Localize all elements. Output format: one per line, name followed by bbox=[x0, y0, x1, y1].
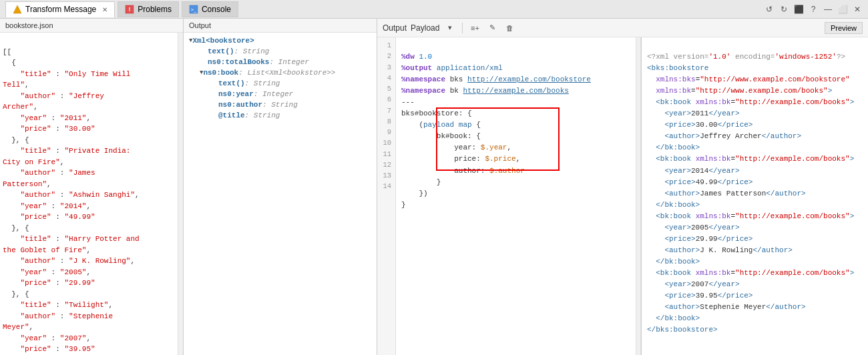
tree-text-label: text() bbox=[208, 47, 234, 55]
left-scrollbar[interactable] bbox=[178, 33, 183, 355]
tree-book-type: : List<Xml<bookstore>> bbox=[238, 69, 335, 77]
delete-btn[interactable]: 🗑 bbox=[503, 21, 516, 35]
tab-transform-close[interactable]: ✕ bbox=[102, 6, 107, 13]
code-content-wrapper: %dw 1.0 %output application/xml %namespa… bbox=[396, 37, 636, 355]
tree-text-2[interactable]: text() : String bbox=[210, 78, 371, 89]
tree-title-name: @title bbox=[218, 111, 245, 119]
xml-output: <?xml version='1.0' encoding='windows-12… bbox=[642, 37, 868, 355]
tree-leaf-2 bbox=[200, 59, 208, 65]
code-editor[interactable]: 12345 678910 11121314 %dw 1.0 %output ap… bbox=[377, 37, 636, 355]
middle-panel-title: Output bbox=[184, 19, 377, 33]
back-icon[interactable]: ↺ bbox=[764, 4, 775, 15]
toolbar-sep-1 bbox=[462, 23, 463, 33]
left-panel: bookstore.json [[ { "title" : "Only Time… bbox=[0, 19, 184, 355]
preview-btn[interactable]: Preview bbox=[825, 22, 863, 34]
tree-text2-type: : String bbox=[245, 79, 280, 87]
add-btn[interactable]: ≡+ bbox=[468, 21, 481, 35]
tree-year-name: ns0:year bbox=[218, 90, 254, 98]
tree-leaf-6 bbox=[210, 112, 218, 119]
tree-root-name: Xml<bookstore> bbox=[192, 37, 254, 45]
problems-icon: ! bbox=[125, 5, 134, 14]
right-panel: Output Payload ▾ ≡+ ✎ 🗑 Preview 12345 67… bbox=[377, 19, 868, 355]
tab-transform[interactable]: Transform Message ✕ bbox=[5, 1, 115, 17]
tree-leaf-1 bbox=[200, 48, 208, 55]
console-icon: >_ bbox=[189, 5, 198, 14]
tab-transform-label: Transform Message bbox=[25, 5, 96, 14]
tree-leaf-4 bbox=[210, 91, 218, 97]
tree-leaf-3 bbox=[210, 80, 218, 87]
tree-title-type: : String bbox=[245, 111, 280, 119]
forward-icon[interactable]: ↻ bbox=[779, 4, 789, 15]
tree-author[interactable]: ns0:author : String bbox=[210, 99, 371, 110]
svg-text:>_: >_ bbox=[190, 7, 197, 13]
tab-problems[interactable]: ! Problems bbox=[118, 1, 179, 17]
tree-text-1[interactable]: text() : String bbox=[200, 46, 371, 57]
tree-totalbooks[interactable]: ns0:totalBooks : Integer bbox=[200, 57, 371, 67]
code-content[interactable]: %dw 1.0 %output application/xml %namespa… bbox=[396, 37, 636, 225]
tree-totalbooks-type: : Integer bbox=[269, 58, 308, 66]
editor-scrollbar[interactable] bbox=[636, 37, 641, 355]
dropdown-btn[interactable]: ▾ bbox=[443, 21, 457, 35]
tab-console-label: Console bbox=[202, 5, 231, 14]
maximize-icon[interactable]: ⬜ bbox=[837, 4, 848, 15]
tree-text2-label: text() bbox=[218, 79, 245, 87]
tree-text-type: : String bbox=[234, 47, 270, 55]
window-controls: ↺ ↻ ⬛ ? — ⬜ ✕ bbox=[764, 4, 863, 15]
tree-year-type: : Integer bbox=[254, 90, 293, 98]
tree-book-list[interactable]: ▼ ns0:book : List<Xml<bookstore>> bbox=[200, 67, 371, 78]
json-editor[interactable]: [[ { "title" : "Only Time Will Tell", "a… bbox=[0, 33, 178, 355]
close-icon[interactable]: ✕ bbox=[852, 4, 863, 15]
tab-problems-label: Problems bbox=[138, 5, 172, 14]
output-label: Output bbox=[383, 23, 407, 33]
svg-text:!: ! bbox=[129, 6, 131, 13]
editor-toolbar: Output Payload ▾ ≡+ ✎ 🗑 Preview bbox=[377, 19, 868, 37]
home-icon[interactable]: ⬛ bbox=[793, 4, 804, 15]
tree-year[interactable]: ns0:year : Integer bbox=[210, 89, 371, 99]
minimize-icon[interactable]: — bbox=[823, 4, 833, 15]
tree-view: ▼ Xml<bookstore> text() : String ns0:tot… bbox=[184, 33, 377, 355]
tree-leaf-5 bbox=[210, 101, 218, 108]
tree-title-attr[interactable]: @title : String bbox=[210, 110, 371, 121]
tree-author-type: : String bbox=[262, 101, 298, 109]
xml-preview-panel: <?xml version='1.0' encoding='windows-12… bbox=[641, 37, 868, 355]
main-container: bookstore.json [[ { "title" : "Only Time… bbox=[0, 19, 868, 355]
tree-root[interactable]: ▼ Xml<bookstore> bbox=[189, 35, 371, 46]
left-panel-title: bookstore.json bbox=[0, 19, 183, 33]
svg-marker-0 bbox=[13, 5, 21, 13]
tree-totalbooks-name: ns0:totalBooks bbox=[208, 58, 269, 66]
top-bar: Transform Message ✕ ! Problems >_ Consol… bbox=[0, 0, 868, 19]
tab-console[interactable]: >_ Console bbox=[182, 1, 238, 17]
tree-book-name: ns0:book bbox=[203, 69, 238, 77]
edit-btn[interactable]: ✎ bbox=[485, 21, 499, 35]
help-icon[interactable]: ? bbox=[808, 4, 819, 15]
transform-icon bbox=[13, 5, 22, 14]
tree-author-name: ns0:author bbox=[218, 101, 262, 109]
line-numbers: 12345 678910 11121314 bbox=[377, 37, 396, 355]
payload-label: Payload bbox=[411, 23, 439, 33]
middle-panel: Output ▼ Xml<bookstore> text() : String … bbox=[184, 19, 377, 355]
